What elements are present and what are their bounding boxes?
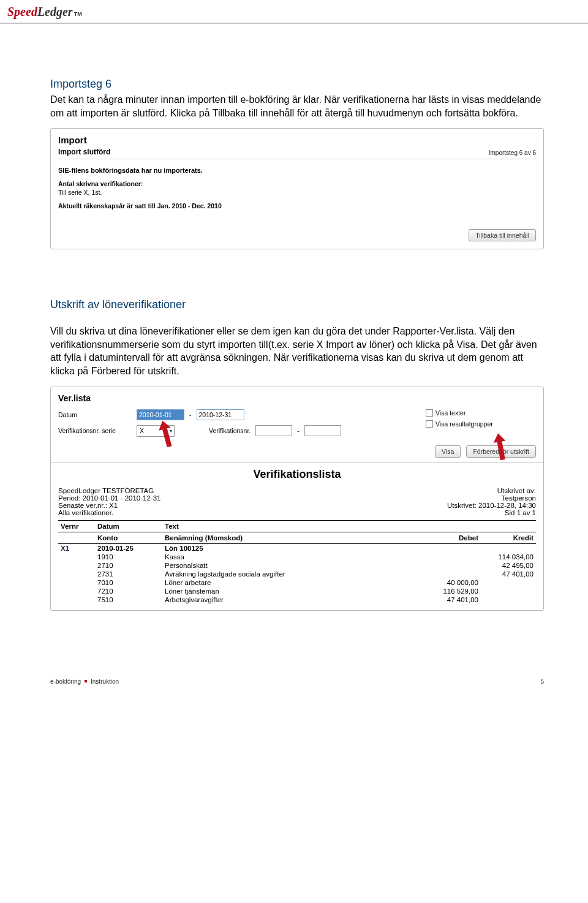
table-row: 2731Avräkning lagstadgade sociala avgift… — [58, 570, 536, 578]
import-subtitle: Import slutförd — [58, 148, 110, 156]
visa-resultat-checkbox[interactable] — [426, 420, 433, 428]
meta-alla-verif: Alla verifikationer. — [58, 509, 161, 516]
para-importsteg6: Det kan ta några minuter innan importen … — [50, 93, 544, 119]
table-row: 2710Personalskatt42 495,00 — [58, 561, 536, 570]
col-debet: Debet — [426, 532, 481, 543]
table-row: 7510Arbetsgivaravgifter47 401,00 — [58, 595, 536, 604]
logo-speed: Speed — [7, 5, 37, 19]
cell-benamn: Löner tjänstemän — [162, 587, 426, 595]
cell-debet — [426, 561, 481, 570]
import-panel: Import Import slutförd Importsteg 6 av 6… — [50, 128, 544, 249]
cell-kredit: 42 495,00 — [481, 561, 536, 570]
divider — [58, 159, 536, 159]
cell-benamn: Personalskatt — [162, 561, 426, 570]
cell-konto: 2731 — [95, 570, 162, 578]
rakenskapsar-text: Aktuellt räkenskapsår är satt till Jan. … — [58, 202, 536, 210]
vernr-label: Verifikationsnr. — [209, 427, 251, 434]
back-to-content-button[interactable]: Tillbaka till innehåll — [469, 229, 536, 241]
cell-benamn: Kassa — [162, 553, 426, 561]
cell-benamn: Avräkning lagstadgade sociala avgifter — [162, 570, 426, 578]
cell-konto: 7010 — [95, 578, 162, 587]
till-serie-text: Till serie X, 1st. — [58, 189, 536, 196]
footer-square-icon — [85, 680, 87, 682]
serie-select[interactable]: X ▾ — [137, 425, 175, 437]
col-kredit: Kredit — [481, 532, 536, 543]
entry-datum: 2010-01-25 — [95, 543, 162, 553]
col-benamn: Benämning (Momskod) — [162, 532, 426, 543]
heading-importsteg6: Importsteg 6 — [50, 78, 544, 91]
meta-sida: Sid 1 av 1 — [447, 509, 536, 516]
speedledger-logo: Speed Ledger TM — [7, 5, 581, 19]
table-row: 7210Löner tjänstemän116 529,00 — [58, 587, 536, 595]
visa-texter-checkbox[interactable] — [426, 409, 433, 417]
date-dash: - — [189, 411, 192, 418]
footer-left2: Instruktion — [91, 678, 119, 685]
visa-button[interactable]: Visa — [435, 445, 461, 458]
col-datum: Datum — [95, 520, 162, 532]
visa-texter-label: Visa texter — [435, 409, 466, 417]
cell-kredit: 47 401,00 — [481, 570, 536, 578]
cell-konto: 2710 — [95, 561, 162, 570]
visa-resultat-label: Visa resultatgrupper — [435, 420, 493, 428]
sie-imported-text: SIE-filens bokföringsdata har nu importe… — [58, 167, 536, 174]
entry-text: Lön 100125 — [162, 543, 426, 553]
date-from-input[interactable]: 2010-01-01 — [137, 409, 184, 420]
chevron-down-icon: ▾ — [170, 428, 172, 434]
footer-left1: e-bokföring — [50, 678, 81, 685]
antal-verifikationer-label: Antal skrivna verifikationer: — [58, 180, 536, 187]
verlista-title: Ver.lista — [58, 393, 536, 403]
cell-konto: 7210 — [95, 587, 162, 595]
cell-konto: 7510 — [95, 595, 162, 604]
logo-tm: TM — [74, 11, 82, 17]
col-konto: Konto — [95, 532, 162, 543]
cell-konto: 1910 — [95, 553, 162, 561]
verserie-label: Verifikationsnr. serie — [58, 427, 132, 434]
serie-select-value: X — [140, 427, 144, 434]
cell-kredit: 114 034,00 — [481, 553, 536, 561]
cell-debet: 47 401,00 — [426, 595, 481, 604]
heading-utskrift: Utskrift av löneverifikationer — [50, 298, 544, 311]
cell-kredit — [481, 595, 536, 604]
cell-benamn: Löner arbetare — [162, 578, 426, 587]
cell-debet — [426, 570, 481, 578]
meta-utskrivet-av-label: Utskrivet av: — [447, 487, 536, 494]
footer-page-num: 5 — [540, 678, 544, 685]
verifikations-table: Vernr Datum Text Konto Benämning (Momsko… — [58, 520, 536, 604]
page-header: Speed Ledger TM — [0, 0, 588, 24]
verlista-panel: Ver.lista Datum 2010-01-01 - Verifikatio… — [50, 387, 544, 611]
col-text: Text — [162, 520, 426, 532]
cell-debet — [426, 553, 481, 561]
table-row: 7010Löner arbetare40 000,00 — [58, 578, 536, 587]
meta-utskrivet-av: Testperson — [447, 494, 536, 502]
vernr-to-input[interactable] — [304, 425, 341, 436]
import-step-indicator: Importsteg 6 av 6 — [489, 149, 536, 156]
vernr-dash: - — [297, 427, 300, 434]
entry-vernr: X1 — [58, 543, 95, 553]
import-title: Import — [58, 135, 536, 145]
cell-debet: 116 529,00 — [426, 587, 481, 595]
date-to-input[interactable] — [197, 409, 244, 420]
cell-kredit — [481, 578, 536, 587]
logo-ledger: Ledger — [37, 5, 73, 19]
col-vernr: Vernr — [58, 520, 95, 532]
meta-utskrivet-date: Utskrivet: 2010-12-28, 14:30 — [447, 502, 536, 509]
cell-benamn: Arbetsgivaravgifter — [162, 595, 426, 604]
forbered-utskrift-button[interactable]: Förbered för utskrift — [466, 445, 536, 458]
meta-period: Period: 2010-01-01 - 2010-12-31 — [58, 494, 161, 502]
meta-senaste-vernr: Senaste ver.nr.: X1 — [58, 502, 161, 509]
report-meta-right: Utskrivet av: Testperson Utskrivet: 2010… — [447, 487, 536, 516]
datum-label: Datum — [58, 411, 132, 418]
cell-kredit — [481, 587, 536, 595]
para-utskrift: Vill du skriva ut dina löneverifikatione… — [50, 325, 544, 377]
report-meta-left: SpeedLedger TESTFÖRETAG Period: 2010-01-… — [58, 487, 161, 516]
table-row: 1910Kassa114 034,00 — [58, 553, 536, 561]
vernr-from-input[interactable] — [255, 425, 292, 436]
cell-debet: 40 000,00 — [426, 578, 481, 587]
meta-company: SpeedLedger TESTFÖRETAG — [58, 487, 161, 494]
verifikationslista-title: Verifikationslista — [58, 468, 536, 481]
document-body: Importsteg 6 Det kan ta några minuter in… — [0, 24, 588, 611]
page-footer: e-bokföring Instruktion 5 — [0, 678, 588, 703]
